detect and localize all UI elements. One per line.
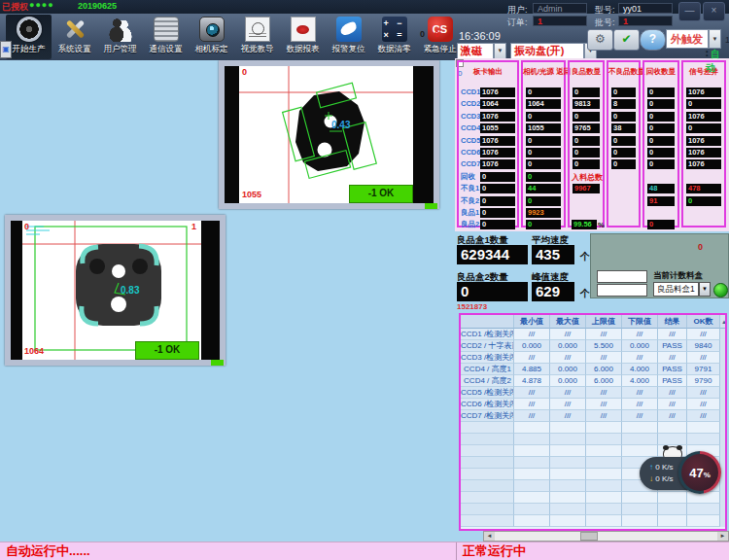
- panel-value-c5-r1: 0: [686, 99, 721, 109]
- trigger-select[interactable]: 外触发: [666, 29, 709, 49]
- panel-value-c1-r5: 0: [526, 148, 561, 158]
- results-empty-row: [461, 434, 725, 445]
- results-cell: [550, 422, 586, 434]
- hopper-select-label: 当前计数料盒: [653, 270, 703, 282]
- hopper-zero: 0: [698, 242, 703, 252]
- toolbar-button-tools[interactable]: 系统设置: [52, 15, 97, 59]
- results-cell: ///: [514, 399, 550, 410]
- panel-value-c1-r7: 0: [526, 172, 561, 182]
- panel-column-4: 回收数显000000048910: [642, 60, 679, 228]
- panel-value-c1-r2: 0: [526, 112, 561, 122]
- hopper-input-1[interactable]: [597, 270, 647, 283]
- results-cell: 0.000: [514, 340, 550, 352]
- panel-column-1: 相机/光源 返回0106401055000044099230: [521, 60, 566, 228]
- panel-value-c3-r5: 0: [611, 148, 636, 158]
- results-cell: ///: [514, 387, 550, 399]
- server-icon: [154, 17, 179, 42]
- results-cell: 9790: [687, 375, 720, 387]
- results-cell: ///: [586, 399, 622, 410]
- magnetize-select[interactable]: 激磁: [457, 43, 494, 59]
- table-hscrollbar[interactable]: ◄ ►: [483, 531, 729, 542]
- model-label: 型号:: [595, 4, 615, 17]
- hopper-input-2[interactable]: [597, 284, 647, 297]
- panel-value-c1-r8: 44: [526, 184, 561, 193]
- panel-value-c0-r3: 1055: [480, 123, 515, 133]
- panel-value-c4-r8: 48: [647, 184, 675, 193]
- status-right: 正常运行中: [457, 542, 729, 560]
- minimize-button[interactable]: —: [678, 2, 701, 21]
- camera-view-2[interactable]: 0 1 1064 0.83 -1 OK: [5, 215, 226, 366]
- panel-value-c5-r9: 0: [686, 196, 721, 206]
- camera2-graphics: [11, 221, 220, 360]
- scroll-track[interactable]: [495, 532, 717, 541]
- toolbar-button-camera[interactable]: 相机标定: [189, 15, 234, 59]
- panel-value-c4-r11: 0: [647, 220, 675, 229]
- results-header-cell: 上限值: [586, 315, 622, 329]
- panel-inline-label: 入料总数: [572, 172, 603, 183]
- results-cell: 6.000: [586, 364, 622, 375]
- results-row: CCD1 /检测关闭//////////////////: [461, 329, 725, 340]
- question-icon: ?: [649, 32, 656, 46]
- results-cell: [586, 492, 622, 504]
- upload-arrow-icon: ↑: [649, 463, 653, 472]
- toolbar-button-calc[interactable]: + −× =数据清零: [371, 15, 417, 59]
- panel-value-c0-r4: 1076: [480, 136, 515, 146]
- trigger-select-arrow[interactable]: ▼: [709, 29, 721, 49]
- memory-gauge[interactable]: 47%: [678, 451, 721, 494]
- panel-value-c0-r5: 1076: [480, 148, 515, 158]
- table-scrollbar: [720, 492, 727, 504]
- results-cell: [687, 504, 720, 515]
- app-window: 已授权 ●●●● 20190625 — × 开始生产系统设置用户管理通信设置相机…: [0, 0, 729, 560]
- trigger-count: 12: [725, 35, 729, 45]
- toolbar-button-alarm[interactable]: 报警复位: [326, 15, 371, 59]
- scroll-left-arrow[interactable]: ◄: [484, 532, 495, 541]
- toolbar-button-wheel[interactable]: 开始生产: [6, 15, 52, 59]
- hopper-select-arrow[interactable]: ▼: [699, 282, 711, 297]
- toolbar-button-label: 视觉教导: [241, 44, 274, 55]
- batch-label: 批号:: [595, 17, 615, 29]
- panel-value-c1-r3: 1055: [526, 123, 561, 133]
- percent-suffix: %: [598, 221, 605, 229]
- panel-value-c1-r4: 0: [526, 136, 561, 146]
- panel-value-c4-r4: 0: [647, 136, 675, 146]
- confirm-button[interactable]: ✔: [613, 29, 640, 51]
- results-cell: ///: [550, 399, 586, 410]
- results-cell: ///: [622, 352, 658, 364]
- results-cell: ///: [687, 387, 720, 399]
- scroll-thumb[interactable]: [580, 532, 598, 541]
- panel-value-c4-r3: 0: [647, 123, 675, 133]
- camera-view-1[interactable]: 0 1055 0.43 -1 OK: [219, 60, 439, 209]
- panel-row-label: 良品1: [461, 208, 479, 218]
- results-cell: [514, 422, 550, 434]
- toolbar-buttons: 开始生产系统设置用户管理通信设置相机标定视觉教导数据报表报警复位+ −× =数据…: [6, 15, 463, 59]
- camera1-count: 1055: [242, 190, 261, 199]
- mini-window-icon[interactable]: ▣: [0, 41, 12, 58]
- scroll-right-arrow[interactable]: ►: [717, 532, 728, 541]
- results-cell: ///: [658, 352, 687, 364]
- panel-value-c2-r0: 0: [573, 88, 600, 97]
- panel-value-c3-r4: 0: [611, 136, 636, 146]
- results-cell: [550, 434, 586, 445]
- panel-value-c4-r0: 0: [647, 88, 675, 97]
- panel-value-c0-r9: 0: [480, 196, 515, 206]
- net-monitor-widget[interactable]: ↑ 0 K/s ↓ 0 K/s 47%: [640, 449, 721, 496]
- results-row-label: CCD1 /检测关闭: [461, 329, 514, 340]
- close-button[interactable]: ×: [703, 2, 725, 21]
- hopper-select[interactable]: 良品料盒1: [653, 282, 699, 297]
- panel-row-label: CCD5: [461, 136, 480, 145]
- results-cell: ///: [622, 399, 658, 410]
- toolbar-button-server[interactable]: 通信设置: [143, 15, 189, 59]
- results-cell: [622, 422, 658, 434]
- results-header-cell: 最小值: [514, 315, 550, 329]
- results-row: CCD4 / 高度14.8850.0006.0004.000PASS9791: [461, 364, 725, 375]
- help-button[interactable]: ?: [640, 29, 666, 51]
- panel-value-c2-r11: 99.56: [572, 220, 597, 229]
- table-scrollbar: [720, 515, 727, 527]
- panel-value-c1-r1: 1064: [526, 99, 561, 109]
- toolbar-button-vision[interactable]: 视觉教导: [234, 15, 280, 59]
- toolbar-button-report[interactable]: 数据报表: [280, 15, 326, 59]
- panel-column-3: 不良品数显08038000: [607, 60, 641, 228]
- table-scroll-up-icon[interactable]: ▲: [720, 315, 727, 329]
- toolbar-button-users[interactable]: 用户管理: [97, 15, 143, 59]
- settings-gear-button[interactable]: ⚙: [587, 29, 613, 51]
